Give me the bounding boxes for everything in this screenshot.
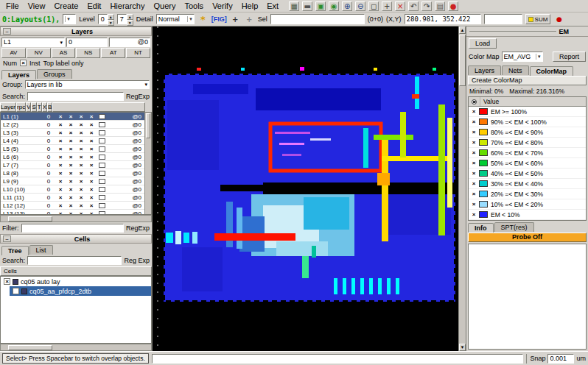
level-from-stepper[interactable]: 0 ▲▼ (98, 14, 114, 24)
snapshot-icon[interactable]: ▣ (315, 1, 326, 11)
layer-s-checkbox[interactable] (66, 146, 76, 152)
layout-viewport[interactable] (153, 26, 458, 351)
brightness-icon[interactable]: * (197, 14, 209, 25)
visibility-button[interactable]: AV (1, 48, 26, 58)
layer-v-checkbox[interactable] (55, 194, 66, 201)
scrollbar-thumb[interactable] (146, 113, 150, 138)
layer-x-checkbox[interactable] (86, 194, 97, 201)
menu-item[interactable]: Query (149, 1, 180, 11)
layer-column-header[interactable]: T (37, 102, 42, 112)
cell-tree-item[interactable]: cq05_aa_pfdcp_2dtb (10, 286, 151, 296)
down-arrow-icon[interactable]: ▼ (108, 20, 114, 26)
layer-s-checkbox[interactable] (66, 194, 76, 201)
menu-item[interactable]: Tools (180, 1, 208, 11)
grid-icon[interactable]: ▦ (289, 1, 299, 11)
ruler-icon[interactable]: ▬ (302, 1, 312, 11)
layers-panel-tab[interactable]: Layers (1, 70, 36, 79)
cells-panel-tab[interactable]: List (29, 245, 53, 255)
layer-color-swatch[interactable] (99, 122, 105, 127)
layer-column-header[interactable]: rpc (16, 102, 26, 112)
visibility-button[interactable]: AS (52, 48, 76, 58)
cell-tree-hscrollbar[interactable] (0, 344, 152, 351)
em-info-tab[interactable]: SPT(res) (494, 222, 534, 232)
aux-coordinates-field[interactable] (484, 14, 522, 24)
layer-v-checkbox[interactable] (55, 146, 66, 152)
layer-row[interactable]: L11 (11) 0 @0 (1, 194, 144, 202)
cell-checkbox[interactable] (13, 288, 19, 294)
em-range-row[interactable]: 80% =< EM < 90% (469, 127, 586, 138)
zoom-out-icon[interactable]: ⊖ (355, 1, 365, 11)
collapse-icon[interactable]: – (3, 28, 11, 35)
layer-color-swatch[interactable] (99, 155, 105, 160)
range-visible-checkbox[interactable] (469, 170, 479, 177)
layer-s-checkbox[interactable] (66, 162, 76, 169)
create-colormap-button[interactable]: Create ColorMap (468, 76, 587, 85)
layer-color-swatch[interactable] (99, 179, 105, 184)
layer-v-checkbox[interactable] (55, 186, 66, 193)
colormap-dropdown[interactable]: EM_AVG ▾ (502, 52, 543, 62)
up-arrow-icon[interactable]: ▲ (127, 14, 133, 20)
layer-column-header[interactable]: V (26, 102, 31, 112)
visibility-column-header[interactable] (469, 97, 480, 106)
layer-column-header[interactable]: X (42, 102, 47, 112)
current-layer-purpose[interactable]: @0 (109, 38, 150, 47)
layer-t-checkbox[interactable] (76, 113, 86, 120)
menu-item[interactable]: Create (49, 1, 83, 11)
layer-x-checkbox[interactable] (86, 130, 97, 136)
layer-s-checkbox[interactable] (66, 170, 76, 177)
layer-x-checkbox[interactable] (86, 121, 97, 128)
view-mode-dropdown[interactable]: ▾ (63, 14, 76, 24)
em-range-row[interactable]: 60% =< EM < 70% (469, 148, 586, 158)
selection-input[interactable] (270, 14, 365, 24)
menu-item[interactable]: File (1, 1, 24, 11)
undo-icon[interactable]: ↶ (408, 1, 419, 11)
layer-x-checkbox[interactable] (86, 113, 97, 120)
layer-v-checkbox[interactable] (55, 121, 66, 128)
fit-view-icon[interactable]: ◻ (368, 1, 379, 11)
layer-color-swatch[interactable] (99, 138, 105, 143)
inst-checkbox[interactable] (20, 60, 27, 66)
scrollbar-thumb[interactable] (459, 35, 466, 86)
regexp-label[interactable]: RegExp (126, 93, 150, 100)
layer-row[interactable]: L10 (10) 0 @0 (1, 185, 144, 194)
layer-row[interactable]: L6 (6) 0 @0 (1, 153, 144, 161)
em-tab[interactable]: ColorMap (530, 66, 574, 76)
scroll-down-icon[interactable]: ▼ (459, 344, 466, 351)
stop-icon[interactable]: ● (448, 1, 458, 11)
layer-t-checkbox[interactable] (76, 170, 86, 177)
scrollbar-thumb[interactable] (8, 216, 52, 222)
layer-v-checkbox[interactable] (55, 178, 66, 185)
layer-t-checkbox[interactable] (76, 138, 86, 144)
range-visible-checkbox[interactable] (469, 139, 479, 146)
menu-item[interactable]: Hierarchy (105, 1, 149, 11)
em-range-row[interactable]: EM >= 100% (469, 107, 586, 117)
level-to-stepper[interactable]: 7 ▲▼ (117, 14, 133, 24)
layer-t-checkbox[interactable] (76, 162, 86, 169)
menu-item[interactable]: Edit (83, 1, 105, 11)
layer-color-swatch[interactable] (99, 130, 105, 135)
canvas-vscrollbar[interactable]: ▲ ▼ (458, 26, 466, 351)
layer-color-swatch[interactable] (99, 171, 105, 176)
layer-v-checkbox[interactable] (55, 138, 66, 144)
top-label-only-label[interactable]: Top label only (43, 60, 84, 67)
collapse-icon[interactable]: – (3, 235, 11, 242)
range-visible-checkbox[interactable] (469, 129, 479, 135)
scroll-up-icon[interactable]: ▲ (459, 26, 466, 34)
em-tab[interactable]: Nets (502, 65, 529, 75)
level-to-arrows[interactable]: ▲▼ (127, 14, 133, 24)
layout-canvas[interactable] (153, 26, 458, 351)
layer-v-checkbox[interactable] (55, 130, 66, 136)
detail-dropdown[interactable]: Normal ▾ (156, 14, 195, 24)
cell-checkbox[interactable] (4, 278, 10, 285)
em-range-row[interactable]: 90% =< EM < 100% (469, 117, 586, 127)
range-visible-checkbox[interactable] (469, 211, 479, 218)
menu-item[interactable]: View (24, 1, 50, 11)
camera-icon[interactable]: ◉ (329, 1, 339, 11)
layer-v-checkbox[interactable] (55, 162, 66, 169)
layer-row[interactable]: L9 (9) 0 @0 (1, 177, 144, 185)
layer-row[interactable]: L8 (8) 0 @0 (1, 169, 144, 177)
layer-s-checkbox[interactable] (66, 130, 76, 136)
layer-column-header[interactable]: Layer (0, 102, 16, 112)
layer-t-checkbox[interactable] (76, 178, 86, 185)
layer-row[interactable]: L13 (13) 0 @0 (1, 210, 144, 215)
